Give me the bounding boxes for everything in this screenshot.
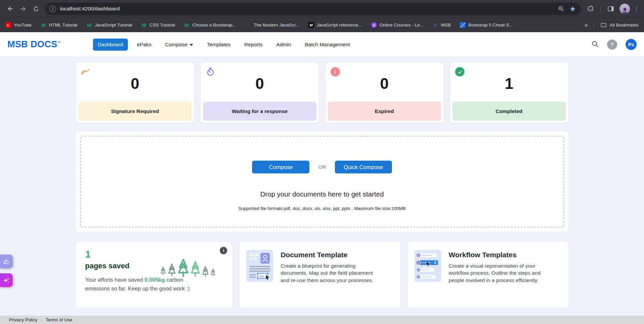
zoom-page-icon[interactable] (555, 3, 567, 14)
bookmark-js-reference[interactable]: MJavaScript reference... (308, 22, 362, 28)
dropzone-formats: Supported file formats:pdf, doc, docx, x… (238, 206, 406, 211)
trees-illustration (158, 247, 219, 279)
stat-value: 0 (201, 76, 319, 91)
dropzone-headline: Drop your documents here to get started (260, 190, 384, 198)
nav-templates[interactable]: Templates (202, 39, 235, 51)
bookmark-youtube[interactable]: ▶YouTube (5, 22, 32, 28)
browser-toolbar: i localhost:4200/dashboard ⋮ (0, 0, 644, 17)
bookmark-modern-js[interactable]: ˞The Modern JavaScr... (245, 22, 299, 28)
w3schools-icon: W (184, 22, 190, 28)
document-template-description: Create a blueprint for generating docume… (281, 262, 383, 284)
bookmark-star-icon[interactable] (567, 3, 578, 14)
youtube-icon: ▶ (5, 22, 11, 28)
side-panel-icon[interactable] (605, 3, 616, 14)
stat-value: 1 (450, 76, 568, 91)
all-bookmarks-button[interactable]: All Bookmarks (600, 22, 639, 28)
w3schools-icon: W (86, 22, 92, 28)
bookmarks-divider (594, 21, 594, 29)
folder-icon (600, 22, 607, 28)
user-avatar[interactable]: Ps (626, 39, 637, 50)
exclamation-icon: ! (330, 67, 340, 77)
w3schools-icon: W (141, 22, 147, 28)
document-template-title: Document Template (281, 251, 383, 259)
quick-compose-button[interactable]: Quick Compose (335, 161, 392, 173)
check-icon (455, 67, 465, 77)
profile-avatar[interactable] (620, 4, 630, 14)
timer-icon (205, 67, 215, 77)
pages-saved-card: 1 pages saved Your efforts have saved 0.… (76, 242, 233, 308)
header-right: ? Ps (591, 39, 637, 50)
bookmarks-bar: ▶YouTube WHTML Tutorial WJavaScript Tuto… (0, 17, 644, 32)
stat-label: Signature Required (79, 102, 192, 121)
stat-value: 0 (76, 76, 194, 91)
workflow-templates-description: Create a visual representation of your w… (449, 262, 551, 284)
compose-button[interactable]: Compose (252, 161, 309, 173)
w3schools-icon: W (41, 22, 46, 28)
address-bar[interactable]: i localhost:4200/dashboard (45, 3, 581, 15)
stat-card-completed[interactable]: 1 Completed (450, 62, 568, 123)
svg-text:1: 1 (418, 254, 419, 257)
svg-text:4: 4 (418, 275, 419, 278)
msb-icon: V (433, 22, 438, 28)
forward-icon[interactable] (17, 2, 30, 15)
document-template-card[interactable]: Sign Document Template Create a blueprin… (240, 242, 400, 308)
bookmark-bootstrap-choose[interactable]: WChoose a Bootstrap... (184, 22, 236, 28)
nav-epaks[interactable]: ePaks (132, 39, 156, 51)
nav-reports[interactable]: Reports (240, 39, 267, 51)
reload-icon[interactable] (30, 2, 42, 15)
url-text[interactable]: localhost:4200/dashboard (60, 6, 555, 12)
chevron-down-icon (190, 44, 193, 46)
dropzone-card: Compose OR Quick Compose Drop your docum… (76, 131, 568, 232)
stat-card-waiting-response[interactable]: 0 Waiting for a response (200, 62, 319, 123)
main-nav: Dashboard ePaks Compose Templates Report… (93, 39, 355, 51)
bookmark-msb[interactable]: VMSB (433, 22, 451, 28)
svg-text:II: II (434, 261, 436, 265)
thumbs-up-icon (3, 258, 10, 265)
nav-compose[interactable]: Compose (160, 39, 198, 51)
stats-row: 0 Signature Required 0 Waiting for a res… (76, 62, 568, 123)
svg-text:Sign: Sign (259, 275, 264, 278)
stat-label: Waiting for a response (203, 102, 316, 121)
document-dropzone[interactable]: Compose OR Quick Compose Drop your docum… (80, 136, 564, 227)
stat-value: 0 (326, 76, 444, 91)
nav-dashboard[interactable]: Dashboard (93, 39, 128, 51)
privacy-policy-link[interactable]: Privacy Policy (9, 317, 37, 322)
stat-card-expired[interactable]: ! 0 Expired (325, 62, 444, 123)
modern-js-icon: ˞ (245, 22, 251, 28)
bookmarks-overflow-icon[interactable]: » (585, 22, 588, 29)
help-icon[interactable]: ? (607, 40, 617, 50)
bootstrap-icon (460, 22, 465, 28)
mdn-icon: M (308, 22, 314, 28)
ai-assistant-button[interactable] (0, 273, 13, 287)
info-icon[interactable]: i (220, 247, 227, 254)
bookmark-css-tutorial[interactable]: WCSS Tutorial (141, 22, 175, 28)
workflow-templates-card[interactable]: 1 II 2 3 4 Workflow Templates Create a v… (408, 242, 568, 308)
sparkles-icon (3, 277, 10, 284)
toolbar-right: ⋮ (585, 3, 640, 14)
svg-text:2: 2 (417, 261, 419, 264)
back-icon[interactable] (4, 2, 17, 15)
chrome-menu-icon[interactable]: ⋮ (633, 6, 640, 12)
bottom-cards-row: 1 pages saved Your efforts have saved 0.… (76, 242, 568, 308)
terms-of-use-link[interactable]: Terms of Use (46, 317, 72, 322)
bookmark-js-tutorial[interactable]: WJavaScript Tutorial (86, 22, 132, 28)
search-icon[interactable] (591, 40, 599, 49)
stat-label: Completed (452, 102, 566, 121)
toolbar-divider (600, 5, 601, 12)
dashboard-content: 0 Signature Required 0 Waiting for a res… (0, 57, 644, 316)
bookmark-html-tutorial[interactable]: WHTML Tutorial (41, 22, 77, 28)
extensions-icon[interactable] (585, 3, 596, 14)
bookmark-bootstrap-cheat[interactable]: Bootstrap 5 Cheat S... (460, 22, 513, 28)
bookmark-online-courses[interactable]: UOnline Courses - Le... (371, 22, 424, 28)
page-footer: Privacy Policy Terms of Use (0, 316, 644, 324)
document-template-illustration: Sign (246, 250, 273, 300)
workflow-templates-title: Workflow Templates (449, 251, 551, 259)
nav-admin[interactable]: Admin (271, 39, 296, 51)
site-info-icon[interactable]: i (50, 6, 56, 12)
feedback-thumbs-up-button[interactable] (0, 255, 13, 268)
stat-card-signature-required[interactable]: 0 Signature Required (76, 62, 195, 123)
signature-icon (81, 67, 91, 77)
msb-docs-logo[interactable]: MSB DOCS™ (7, 39, 61, 50)
or-separator: OR (318, 164, 326, 170)
nav-batch-management[interactable]: Batch Management (300, 39, 354, 51)
